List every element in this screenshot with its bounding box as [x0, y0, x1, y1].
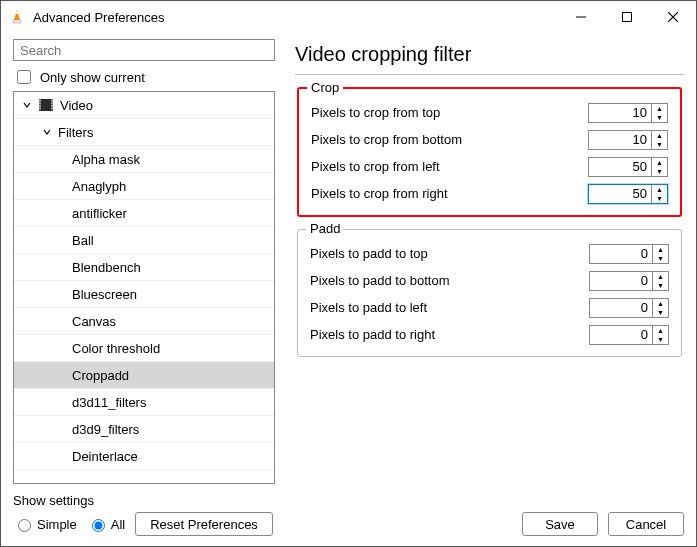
crop-bottom-input[interactable]	[589, 131, 651, 149]
only-show-current-label: Only show current	[40, 70, 145, 85]
spin-buttons: ▲▼	[651, 131, 667, 149]
crop-right-input[interactable]	[589, 185, 651, 203]
crop-legend: Crop	[307, 80, 343, 95]
spin-down-icon[interactable]: ▼	[652, 167, 667, 176]
tree-item-filter[interactable]: Blendbench	[14, 254, 274, 281]
spin-up-icon[interactable]: ▲	[653, 299, 668, 308]
right-panel: Video cropping filter Crop Pixels to cro…	[295, 39, 684, 484]
padd-left-spinbox[interactable]: ▲▼	[589, 298, 669, 318]
svg-rect-7	[39, 99, 53, 111]
tree-item-filter[interactable]: antiflicker	[14, 200, 274, 227]
padd-right-row: Pixels to padd to right ▲▼	[310, 321, 669, 348]
tree-item-filter[interactable]: Ball	[14, 227, 274, 254]
footer-right: Save Cancel	[522, 512, 684, 536]
save-button[interactable]: Save	[522, 512, 598, 536]
spin-up-icon[interactable]: ▲	[653, 245, 668, 254]
tree-item-filter[interactable]: Bluescreen	[14, 281, 274, 308]
tree-item-filter[interactable]: Alpha mask	[14, 146, 274, 173]
page-title: Video cropping filter	[295, 39, 684, 75]
spin-up-icon[interactable]: ▲	[652, 185, 667, 194]
spin-down-icon[interactable]: ▼	[653, 281, 668, 290]
spin-down-icon[interactable]: ▼	[652, 113, 667, 122]
spin-up-icon[interactable]: ▲	[653, 326, 668, 335]
padd-right-label: Pixels to padd to right	[310, 327, 435, 342]
padd-bottom-input[interactable]	[590, 272, 652, 290]
spin-up-icon[interactable]: ▲	[653, 272, 668, 281]
tree-item-video[interactable]: Video	[14, 92, 274, 119]
tree-item-label: Blendbench	[72, 260, 141, 275]
padd-top-label: Pixels to padd to top	[310, 246, 428, 261]
tree-item-label: d3d9_filters	[72, 422, 139, 437]
spin-down-icon[interactable]: ▼	[653, 335, 668, 344]
tree-item-label: antiflicker	[72, 206, 127, 221]
crop-right-spinbox[interactable]: ▲▼	[588, 184, 668, 204]
only-show-current-checkbox[interactable]	[17, 70, 31, 84]
crop-top-label: Pixels to crop from top	[311, 105, 440, 120]
spin-up-icon[interactable]: ▲	[652, 158, 667, 167]
spin-down-icon[interactable]: ▼	[652, 194, 667, 203]
tree-item-filter[interactable]: Canvas	[14, 308, 274, 335]
padd-bottom-label: Pixels to padd to bottom	[310, 273, 449, 288]
simple-radio-option[interactable]: Simple	[13, 516, 77, 532]
close-button[interactable]	[650, 1, 696, 33]
all-radio-option[interactable]: All	[87, 516, 125, 532]
crop-right-label: Pixels to crop from right	[311, 186, 448, 201]
preferences-tree[interactable]: Video Filters Alpha maskAnaglyphantiflic…	[13, 91, 275, 484]
crop-left-spinbox[interactable]: ▲▼	[588, 157, 668, 177]
svg-rect-10	[39, 100, 40, 101]
maximize-button[interactable]	[604, 1, 650, 33]
crop-bottom-spinbox[interactable]: ▲▼	[588, 130, 668, 150]
padd-right-spinbox[interactable]: ▲▼	[589, 325, 669, 345]
minimize-button[interactable]	[558, 1, 604, 33]
svg-rect-15	[51, 103, 52, 104]
crop-bottom-label: Pixels to crop from bottom	[311, 132, 462, 147]
spin-buttons: ▲▼	[651, 158, 667, 176]
padd-bottom-row: Pixels to padd to bottom ▲▼	[310, 267, 669, 294]
padd-left-input[interactable]	[590, 299, 652, 317]
padd-right-input[interactable]	[590, 326, 652, 344]
tree-item-filter[interactable]: Croppadd	[14, 362, 274, 389]
app-icon	[9, 9, 25, 25]
tree-item-filter[interactable]: Anaglyph	[14, 173, 274, 200]
tree-item-filters[interactable]: Filters	[14, 119, 274, 146]
all-radio[interactable]	[92, 519, 105, 532]
spin-down-icon[interactable]: ▼	[653, 254, 668, 263]
simple-label: Simple	[37, 517, 77, 532]
tree-item-label: Ball	[72, 233, 94, 248]
show-settings-label: Show settings	[13, 493, 273, 508]
window-controls	[558, 1, 696, 33]
spin-down-icon[interactable]: ▼	[653, 308, 668, 317]
tree-item-label: Anaglyph	[72, 179, 126, 194]
search-input[interactable]	[13, 39, 275, 61]
padd-top-spinbox[interactable]: ▲▼	[589, 244, 669, 264]
svg-rect-11	[39, 103, 40, 104]
simple-radio[interactable]	[18, 519, 31, 532]
chevron-down-icon	[20, 98, 34, 112]
padd-group: Padd Pixels to padd to top ▲▼ Pixels to …	[297, 229, 682, 357]
left-panel: Only show current Video Filters Alpha ma…	[13, 39, 275, 484]
crop-left-row: Pixels to crop from left ▲▼	[311, 153, 668, 180]
svg-marker-0	[14, 10, 20, 20]
tree-item-label: Canvas	[72, 314, 116, 329]
spin-up-icon[interactable]: ▲	[652, 131, 667, 140]
spin-up-icon[interactable]: ▲	[652, 104, 667, 113]
tree-item-label: Alpha mask	[72, 152, 140, 167]
cancel-button[interactable]: Cancel	[608, 512, 684, 536]
crop-top-input[interactable]	[589, 104, 651, 122]
svg-rect-17	[51, 108, 52, 109]
body: Only show current Video Filters Alpha ma…	[1, 33, 696, 490]
tree-item-filter[interactable]: d3d11_filters	[14, 389, 274, 416]
only-show-current-row[interactable]: Only show current	[13, 67, 275, 87]
footer-left: Show settings Simple All Reset Preferenc…	[13, 493, 273, 536]
padd-bottom-spinbox[interactable]: ▲▼	[589, 271, 669, 291]
svg-rect-12	[39, 105, 40, 106]
crop-top-row: Pixels to crop from top ▲▼	[311, 99, 668, 126]
padd-top-input[interactable]	[590, 245, 652, 263]
spin-down-icon[interactable]: ▼	[652, 140, 667, 149]
crop-top-spinbox[interactable]: ▲▼	[588, 103, 668, 123]
crop-left-input[interactable]	[589, 158, 651, 176]
tree-item-filter[interactable]: Color threshold	[14, 335, 274, 362]
tree-item-filter[interactable]: d3d9_filters	[14, 416, 274, 443]
reset-preferences-button[interactable]: Reset Preferences	[135, 512, 273, 536]
tree-item-filter[interactable]: Deinterlace	[14, 443, 274, 470]
